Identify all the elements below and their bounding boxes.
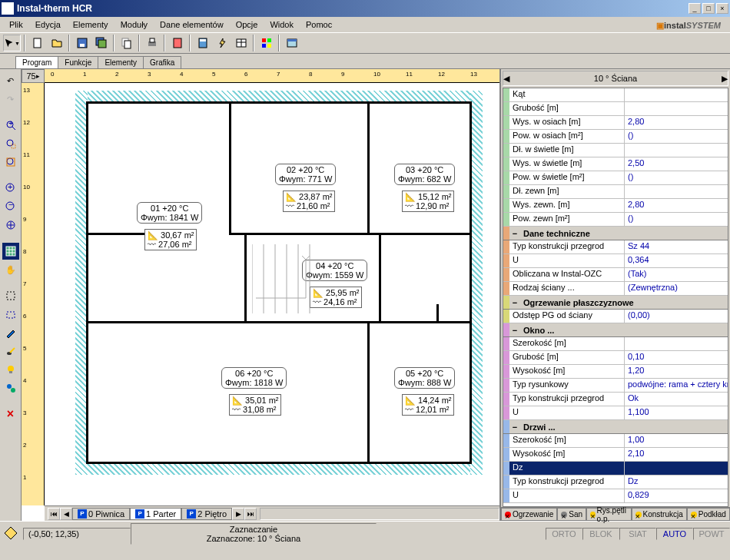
- svg-text:+: +: [8, 120, 13, 128]
- sheet-first[interactable]: ⏮: [48, 508, 60, 520]
- select-rect-icon[interactable]: [2, 287, 19, 304]
- new-file-icon[interactable]: [28, 35, 46, 51]
- palette-icon[interactable]: [257, 35, 275, 51]
- zoom-all-icon[interactable]: [2, 217, 19, 234]
- sheet-last[interactable]: ⏭: [244, 508, 257, 520]
- panel-tab[interactable]: ×Rys.pętli o.p.: [586, 508, 631, 521]
- property-row[interactable]: U1,100: [503, 406, 728, 420]
- property-row[interactable]: U0,364: [503, 254, 728, 268]
- panel-tab[interactable]: ×Ogrzewanie: [501, 508, 557, 521]
- property-row[interactable]: U0,829: [503, 489, 728, 503]
- property-row[interactable]: Typ konstrukcji przegrodSz 44: [503, 240, 728, 254]
- property-row[interactable]: Obliczana w Instal-OZC(Tak): [503, 268, 728, 282]
- print-icon[interactable]: [143, 35, 161, 51]
- property-title[interactable]: ◀ 10 ° Ściana ▶: [503, 71, 728, 86]
- close-button[interactable]: ×: [716, 3, 728, 14]
- zoom-plus-icon[interactable]: +: [2, 180, 19, 197]
- save-all-icon[interactable]: [92, 35, 110, 51]
- property-row[interactable]: Typ konstrukcji przegrodOk: [503, 393, 728, 406]
- tab-grafika[interactable]: Grafika: [143, 56, 181, 68]
- table-icon[interactable]: [232, 35, 250, 51]
- sheet-2[interactable]: P2 Piętro: [181, 508, 232, 520]
- menu-edycja[interactable]: Edycja: [29, 18, 67, 31]
- zoom-window-icon[interactable]: [2, 135, 19, 152]
- tab-program[interactable]: Program: [15, 56, 58, 68]
- ruler-horizontal[interactable]: 0 1 2 3 4 5 6 7 8 9 10 11 12 13: [45, 69, 499, 83]
- property-row[interactable]: Typ rysunkowypodwójne: rama + cztery kre…: [503, 379, 728, 393]
- tab-funkcje[interactable]: Funkcje: [58, 56, 98, 68]
- property-row[interactable]: Wysokość [m]2,10: [503, 448, 728, 462]
- status-flag[interactable]: ORTO: [546, 528, 582, 540]
- property-section[interactable]: −Okno ...: [503, 323, 728, 337]
- grid-icon[interactable]: [2, 243, 19, 260]
- undo-icon[interactable]: ↶: [2, 72, 19, 89]
- open-file-icon[interactable]: [48, 35, 65, 51]
- save-icon[interactable]: [73, 35, 91, 51]
- drawing-canvas[interactable]: 01 +20 °CΦwym: 1841 W 📐 30,67 m²〰 27,06 …: [45, 83, 499, 505]
- hand-icon[interactable]: ✋: [2, 261, 19, 278]
- panel-tab[interactable]: ×Konstrukcja: [632, 508, 687, 521]
- status-flag[interactable]: SIAT: [619, 528, 656, 540]
- property-row[interactable]: Szerokość [m]: [503, 337, 728, 351]
- property-row[interactable]: Wys. w świetle [m]2,50: [503, 157, 728, 171]
- sheet-0[interactable]: P0 Piwnica: [72, 508, 130, 520]
- menu-pomoc[interactable]: Pomoc: [300, 18, 338, 31]
- property-row[interactable]: Grubość [m]: [503, 102, 728, 116]
- property-row[interactable]: Odstęp PG od ściany(0,00): [503, 310, 728, 323]
- property-row[interactable]: Grubość [m]0,10: [503, 351, 728, 365]
- h-scrollbar[interactable]: [260, 508, 499, 520]
- sheet-next[interactable]: ▶: [232, 508, 244, 520]
- bulb-icon[interactable]: [2, 361, 19, 378]
- minimize-button[interactable]: _: [689, 3, 701, 14]
- flashlight-icon[interactable]: [2, 343, 19, 360]
- menu-plik[interactable]: Plik: [3, 18, 29, 31]
- menu-dane[interactable]: Dane elementów: [154, 18, 230, 31]
- copy-icon[interactable]: [118, 35, 135, 51]
- tab-elementy[interactable]: Elementy: [98, 56, 144, 68]
- zoom-minus-icon[interactable]: −: [2, 198, 19, 215]
- property-row[interactable]: Kąt: [503, 88, 728, 102]
- sheet-prev[interactable]: ◀: [60, 508, 72, 520]
- panel-tab[interactable]: ×Podkład: [687, 508, 730, 521]
- zoom-in-icon[interactable]: +: [2, 117, 19, 134]
- status-flag[interactable]: BLOK: [582, 528, 619, 540]
- ruler-vertical[interactable]: 13 12 11 10 9 8 7 6 5 4 3 2 1: [22, 83, 45, 505]
- status-flag[interactable]: AUTO: [656, 528, 693, 540]
- property-grid[interactable]: KątGrubość [m]Wys. w osiach [m]2,80Pow. …: [503, 88, 728, 507]
- property-section[interactable]: −Dane techniczne: [503, 227, 728, 240]
- pointer-tool[interactable]: ▼: [3, 35, 21, 51]
- lightning-icon[interactable]: [213, 35, 231, 51]
- pencil-icon[interactable]: [2, 324, 19, 341]
- menu-elementy[interactable]: Elementy: [67, 18, 114, 31]
- property-row[interactable]: Pow. zewn [m²](): [503, 213, 728, 227]
- sheet-1[interactable]: P1 Parter: [130, 508, 181, 520]
- property-row[interactable]: Dł. w świetle [m]: [503, 144, 728, 157]
- zoom-fit-icon[interactable]: [2, 154, 19, 171]
- property-row[interactable]: Wys. w osiach [m]2,80: [503, 116, 728, 130]
- menu-opcje[interactable]: Opcje: [230, 18, 264, 31]
- maximize-button[interactable]: □: [702, 3, 715, 14]
- property-row[interactable]: Pow. w świetle [m²](): [503, 171, 728, 185]
- property-row[interactable]: Rodzaj ściany ...(Zewnętrzna): [503, 282, 728, 296]
- select-lasso-icon[interactable]: [2, 306, 19, 323]
- property-section[interactable]: −Drzwi ...: [503, 420, 728, 434]
- window-icon[interactable]: [283, 35, 300, 51]
- ruler-corner[interactable]: 75▸: [22, 69, 45, 83]
- panel-tab[interactable]: ×San: [557, 508, 586, 521]
- property-row[interactable]: Wys. zewn. [m]2,80: [503, 199, 728, 213]
- property-row[interactable]: Pow. w osiach [m²](): [503, 130, 728, 144]
- property-row[interactable]: Typ konstrukcji przegrodDz: [503, 476, 728, 489]
- property-section[interactable]: −Ogrzewanie płaszczyznowe: [503, 296, 728, 310]
- menu-widok[interactable]: Widok: [264, 18, 300, 31]
- status-flag[interactable]: POWT: [693, 528, 730, 540]
- settings-icon[interactable]: [168, 35, 186, 51]
- property-row[interactable]: Szerokość [m]1,00: [503, 434, 728, 448]
- redo-icon[interactable]: ↷: [2, 91, 19, 108]
- property-row[interactable]: Dł. zewn [m]: [503, 185, 728, 199]
- property-row[interactable]: Dz: [503, 462, 728, 476]
- delete-icon[interactable]: ×: [2, 406, 19, 422]
- calc-icon[interactable]: [194, 35, 211, 51]
- menu-moduly[interactable]: Moduły: [114, 18, 154, 31]
- property-row[interactable]: Wysokość [m]1,20: [503, 365, 728, 379]
- gears-icon[interactable]: [2, 379, 19, 396]
